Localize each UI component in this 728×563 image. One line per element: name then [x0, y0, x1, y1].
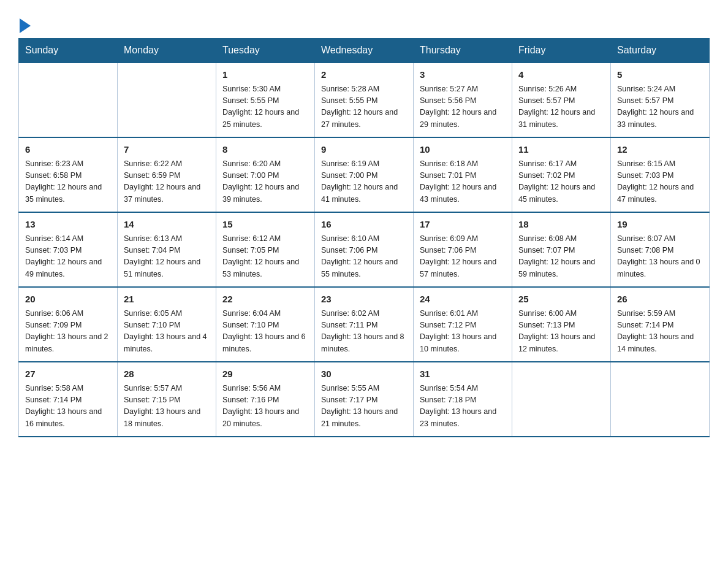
day-number: 24: [420, 293, 506, 307]
logo-arrow-icon: [20, 18, 31, 33]
day-number: 29: [222, 367, 308, 381]
day-info: Sunrise: 6:10 AM Sunset: 7:06 PM Dayligh…: [321, 233, 407, 281]
day-number: 12: [617, 143, 703, 157]
calendar-header-monday: Monday: [118, 39, 216, 63]
calendar-cell: 9Sunrise: 6:19 AM Sunset: 7:00 PM Daylig…: [315, 137, 414, 212]
day-info: Sunrise: 6:23 AM Sunset: 6:58 PM Dayligh…: [25, 158, 111, 206]
calendar-cell: 28Sunrise: 5:57 AM Sunset: 7:15 PM Dayli…: [118, 362, 216, 437]
calendar-cell: 7Sunrise: 6:22 AM Sunset: 6:59 PM Daylig…: [118, 137, 216, 212]
day-info: Sunrise: 5:56 AM Sunset: 7:16 PM Dayligh…: [222, 383, 308, 431]
day-info: Sunrise: 6:09 AM Sunset: 7:06 PM Dayligh…: [420, 233, 506, 281]
calendar-week-row-3: 13Sunrise: 6:14 AM Sunset: 7:03 PM Dayli…: [19, 212, 710, 287]
calendar-cell: 29Sunrise: 5:56 AM Sunset: 7:16 PM Dayli…: [216, 362, 315, 437]
day-number: 20: [25, 293, 111, 307]
calendar-cell: [19, 63, 118, 137]
day-info: Sunrise: 6:19 AM Sunset: 7:00 PM Dayligh…: [321, 158, 407, 206]
calendar-cell: 10Sunrise: 6:18 AM Sunset: 7:01 PM Dayli…: [414, 137, 512, 212]
calendar-cell: 13Sunrise: 6:14 AM Sunset: 7:03 PM Dayli…: [19, 212, 118, 287]
day-info: Sunrise: 6:17 AM Sunset: 7:02 PM Dayligh…: [518, 158, 604, 206]
day-number: 25: [518, 293, 604, 307]
day-info: Sunrise: 6:12 AM Sunset: 7:05 PM Dayligh…: [222, 233, 308, 281]
day-number: 17: [420, 218, 506, 232]
calendar-cell: [512, 362, 611, 437]
calendar-cell: 11Sunrise: 6:17 AM Sunset: 7:02 PM Dayli…: [512, 137, 611, 212]
calendar-cell: 6Sunrise: 6:23 AM Sunset: 6:58 PM Daylig…: [19, 137, 118, 212]
day-number: 9: [321, 143, 407, 157]
day-number: 14: [124, 218, 210, 232]
calendar-cell: 2Sunrise: 5:28 AM Sunset: 5:55 PM Daylig…: [315, 63, 414, 137]
calendar-cell: 23Sunrise: 6:02 AM Sunset: 7:11 PM Dayli…: [315, 287, 414, 362]
calendar-header-row: SundayMondayTuesdayWednesdayThursdayFrid…: [19, 39, 710, 63]
calendar-cell: 8Sunrise: 6:20 AM Sunset: 7:00 PM Daylig…: [216, 137, 315, 212]
calendar-header-saturday: Saturday: [611, 39, 710, 63]
calendar-header-thursday: Thursday: [414, 39, 512, 63]
calendar-cell: 5Sunrise: 5:24 AM Sunset: 5:57 PM Daylig…: [611, 63, 710, 137]
day-number: 28: [124, 367, 210, 381]
calendar-cell: 22Sunrise: 6:04 AM Sunset: 7:10 PM Dayli…: [216, 287, 315, 362]
calendar-cell: 1Sunrise: 5:30 AM Sunset: 5:55 PM Daylig…: [216, 63, 315, 137]
day-info: Sunrise: 5:55 AM Sunset: 7:17 PM Dayligh…: [321, 383, 407, 431]
calendar-cell: 20Sunrise: 6:06 AM Sunset: 7:09 PM Dayli…: [19, 287, 118, 362]
calendar-cell: 3Sunrise: 5:27 AM Sunset: 5:56 PM Daylig…: [414, 63, 512, 137]
day-info: Sunrise: 6:01 AM Sunset: 7:12 PM Dayligh…: [420, 308, 506, 356]
calendar-cell: 14Sunrise: 6:13 AM Sunset: 7:04 PM Dayli…: [118, 212, 216, 287]
day-info: Sunrise: 6:05 AM Sunset: 7:10 PM Dayligh…: [124, 308, 210, 356]
day-number: 30: [321, 367, 407, 381]
day-number: 3: [420, 68, 506, 82]
calendar-cell: 15Sunrise: 6:12 AM Sunset: 7:05 PM Dayli…: [216, 212, 315, 287]
day-number: 26: [617, 293, 703, 307]
day-info: Sunrise: 6:04 AM Sunset: 7:10 PM Dayligh…: [222, 308, 308, 356]
page-header: [18, 12, 710, 32]
calendar-cell: 4Sunrise: 5:26 AM Sunset: 5:57 PM Daylig…: [512, 63, 611, 137]
day-number: 23: [321, 293, 407, 307]
day-info: Sunrise: 6:22 AM Sunset: 6:59 PM Dayligh…: [124, 158, 210, 206]
day-info: Sunrise: 5:24 AM Sunset: 5:57 PM Dayligh…: [617, 83, 703, 131]
day-info: Sunrise: 6:00 AM Sunset: 7:13 PM Dayligh…: [518, 308, 604, 356]
day-number: 11: [518, 143, 604, 157]
day-number: 5: [617, 68, 703, 82]
calendar-table: SundayMondayTuesdayWednesdayThursdayFrid…: [18, 38, 710, 437]
day-info: Sunrise: 5:26 AM Sunset: 5:57 PM Dayligh…: [518, 83, 604, 131]
day-number: 6: [25, 143, 111, 157]
day-number: 15: [222, 218, 308, 232]
calendar-header-friday: Friday: [512, 39, 611, 63]
calendar-cell: 18Sunrise: 6:08 AM Sunset: 7:07 PM Dayli…: [512, 212, 611, 287]
day-number: 16: [321, 218, 407, 232]
day-info: Sunrise: 6:18 AM Sunset: 7:01 PM Dayligh…: [420, 158, 506, 206]
calendar-cell: 30Sunrise: 5:55 AM Sunset: 7:17 PM Dayli…: [315, 362, 414, 437]
day-number: 8: [222, 143, 308, 157]
day-info: Sunrise: 6:08 AM Sunset: 7:07 PM Dayligh…: [518, 233, 604, 281]
calendar-week-row-1: 1Sunrise: 5:30 AM Sunset: 5:55 PM Daylig…: [19, 63, 710, 137]
calendar-cell: 19Sunrise: 6:07 AM Sunset: 7:08 PM Dayli…: [611, 212, 710, 287]
calendar-cell: [611, 362, 710, 437]
day-info: Sunrise: 5:58 AM Sunset: 7:14 PM Dayligh…: [25, 383, 111, 431]
day-info: Sunrise: 6:20 AM Sunset: 7:00 PM Dayligh…: [222, 158, 308, 206]
calendar-cell: 31Sunrise: 5:54 AM Sunset: 7:18 PM Dayli…: [414, 362, 512, 437]
day-info: Sunrise: 6:13 AM Sunset: 7:04 PM Dayligh…: [124, 233, 210, 281]
day-number: 22: [222, 293, 308, 307]
calendar-week-row-5: 27Sunrise: 5:58 AM Sunset: 7:14 PM Dayli…: [19, 362, 710, 437]
logo-blue-part: [18, 17, 31, 32]
day-number: 4: [518, 68, 604, 82]
calendar-header-wednesday: Wednesday: [315, 39, 414, 63]
logo: [18, 17, 31, 32]
day-info: Sunrise: 6:07 AM Sunset: 7:08 PM Dayligh…: [617, 233, 703, 281]
calendar-cell: 21Sunrise: 6:05 AM Sunset: 7:10 PM Dayli…: [118, 287, 216, 362]
day-number: 31: [420, 367, 506, 381]
calendar-cell: 27Sunrise: 5:58 AM Sunset: 7:14 PM Dayli…: [19, 362, 118, 437]
calendar-cell: 17Sunrise: 6:09 AM Sunset: 7:06 PM Dayli…: [414, 212, 512, 287]
day-number: 21: [124, 293, 210, 307]
day-info: Sunrise: 6:14 AM Sunset: 7:03 PM Dayligh…: [25, 233, 111, 281]
calendar-cell: [118, 63, 216, 137]
day-number: 19: [617, 218, 703, 232]
calendar-week-row-2: 6Sunrise: 6:23 AM Sunset: 6:58 PM Daylig…: [19, 137, 710, 212]
day-info: Sunrise: 6:02 AM Sunset: 7:11 PM Dayligh…: [321, 308, 407, 356]
day-number: 2: [321, 68, 407, 82]
day-number: 7: [124, 143, 210, 157]
calendar-header-tuesday: Tuesday: [216, 39, 315, 63]
calendar-week-row-4: 20Sunrise: 6:06 AM Sunset: 7:09 PM Dayli…: [19, 287, 710, 362]
day-number: 18: [518, 218, 604, 232]
day-info: Sunrise: 6:06 AM Sunset: 7:09 PM Dayligh…: [25, 308, 111, 356]
calendar-cell: 16Sunrise: 6:10 AM Sunset: 7:06 PM Dayli…: [315, 212, 414, 287]
day-number: 10: [420, 143, 506, 157]
